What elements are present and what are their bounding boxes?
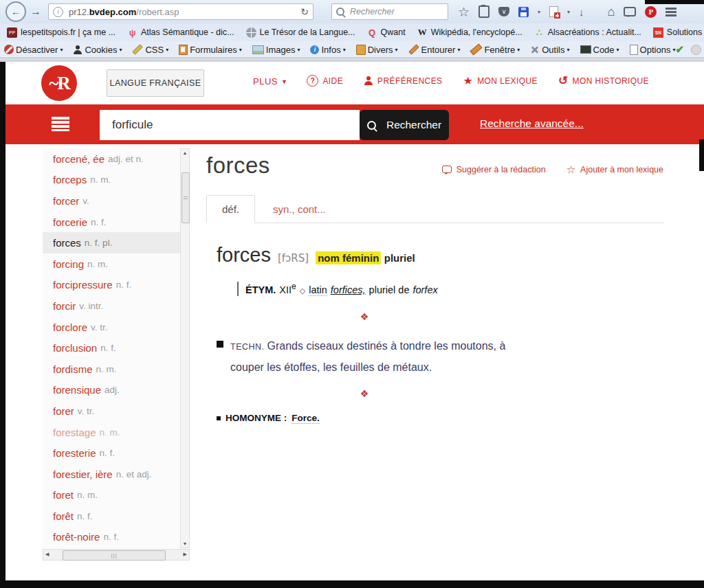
bookmark-item[interactable]: SNSolutions Numériques ...: [653, 27, 704, 38]
word-list-item[interactable]: forensiqueadj.: [43, 380, 180, 401]
add-page-icon[interactable]: [549, 6, 558, 17]
sidebar-hamburger-icon[interactable]: [52, 117, 69, 131]
word-list-item[interactable]: forcingn. m.: [43, 253, 180, 275]
dictionary-search-input[interactable]: [100, 110, 360, 140]
bookmark-item[interactable]: ψAtlas Sémantique - dic...: [127, 27, 234, 38]
menu-hamburger-icon[interactable]: [666, 8, 676, 16]
browser-search-input[interactable]: [349, 6, 427, 17]
article-panel: forces Suggérer à la rédaction ☆ Ajouter…: [206, 152, 663, 424]
word-list-item[interactable]: forcipressuren. f.: [43, 275, 180, 296]
word-list-item[interactable]: forcerien. f.: [43, 212, 180, 233]
reading-list-icon[interactable]: [478, 5, 490, 18]
add-to-lexicon-link[interactable]: ☆ Ajouter à mon lexique: [566, 164, 663, 174]
plus-menu-label: PLUS: [253, 76, 278, 87]
validation-check-icon[interactable]: ✔: [675, 43, 684, 56]
browser-search-box[interactable]: [331, 3, 448, 20]
vertical-scrollbar-thumb[interactable]: [182, 172, 190, 223]
scroll-up-arrow-icon[interactable]: ▲: [181, 150, 189, 155]
bookmark-star-icon[interactable]: ☆: [458, 4, 470, 20]
site-info-icon[interactable]: i: [53, 7, 63, 17]
site-header: ~R LANGUE FRANÇAISE PLUS ▼ ? AIDE PRÉFÉR…: [6, 62, 704, 104]
bookmark-item[interactable]: WWikipédia, l'encyclopé...: [417, 27, 522, 38]
word-list-item[interactable]: forcerv.: [43, 190, 180, 212]
word-list-item[interactable]: foresterien. f.: [43, 442, 180, 464]
entry-phonetic: [fɔRS]: [278, 252, 309, 264]
word-list-item[interactable]: forestier, ièren. et adj.: [43, 464, 180, 485]
horizontal-scrollbar-thumb[interactable]: |||: [63, 550, 166, 561]
nav-mon-historique[interactable]: ↺ MON HISTORIQUE: [558, 75, 649, 87]
advanced-search-link[interactable]: Recherche avancée...: [480, 117, 584, 130]
word-list-item[interactable]: forestagen. m.: [43, 422, 180, 443]
word-list-word: forcerie: [53, 216, 87, 228]
horizontal-scrollbar[interactable]: ◀ ||| ▶: [43, 549, 190, 561]
bookmark-item[interactable]: Le Trésor de la Langue...: [246, 27, 355, 38]
devbar-menu-item[interactable]: Options▾: [630, 45, 676, 55]
pocket-icon[interactable]: ∨: [498, 7, 509, 16]
homonym-word-link[interactable]: Force.: [292, 413, 320, 424]
infos-icon: i: [310, 45, 319, 54]
word-list-item[interactable]: forêt-noiren. f.: [43, 527, 180, 548]
devbar-menu-label: Infos: [321, 45, 340, 55]
suggest-link[interactable]: Suggérer à la rédaction: [442, 165, 546, 174]
nav-aide[interactable]: ? AIDE: [307, 75, 343, 87]
tab-synonyms[interactable]: syn., cont...: [255, 196, 344, 223]
status-circle-icon[interactable]: [691, 45, 701, 55]
devbar-menu-item[interactable]: Désactiver▾: [4, 45, 63, 55]
devbar-menu-item[interactable]: Entourer▾: [408, 45, 461, 55]
chat-bubble-icon[interactable]: [624, 7, 636, 16]
add-page-dropdown-caret-icon[interactable]: ▾: [567, 9, 570, 15]
bookmark-item[interactable]: QQwant: [367, 27, 406, 38]
save-dropdown-caret-icon[interactable]: ▾: [538, 9, 540, 15]
rechercher-button[interactable]: Rechercher: [360, 110, 449, 140]
le-robert-logo[interactable]: ~R: [41, 65, 77, 101]
scroll-right-arrow-icon[interactable]: ▶: [184, 552, 187, 557]
reload-icon[interactable]: ↻: [300, 6, 309, 17]
word-list-item[interactable]: fordismen. m.: [43, 359, 180, 380]
vertical-scrollbar[interactable]: ▲ ▼: [180, 148, 190, 548]
word-list-item[interactable]: forcirv. intr.: [43, 295, 180, 317]
forward-button[interactable]: →: [28, 5, 44, 18]
devbar-menu-item[interactable]: Divers▾: [356, 45, 398, 55]
devbar-menu-item[interactable]: Images▾: [252, 45, 300, 55]
word-list-item[interactable]: forerv. tr.: [43, 400, 180, 422]
devbar-menu-item[interactable]: Fenêtre▾: [470, 45, 520, 55]
word-list-pos: n. f.: [103, 532, 119, 542]
browser-toolbar: ← → i pr12.bvdep.com/robert.asp ↻ ☆ ∨ ▾ …: [0, 0, 704, 23]
word-list-item[interactable]: forclusionn. f.: [43, 337, 180, 359]
bookmark-item[interactable]: PPlespetitspois.fr | ça me ...: [7, 27, 116, 38]
devbar-menu-item[interactable]: Cookies▾: [73, 45, 122, 55]
word-list-item[interactable]: forcesn. f. pl.: [43, 232, 180, 253]
url-bar[interactable]: i pr12.bvdep.com/robert.asp ↻: [48, 3, 314, 20]
etymology-source-link[interactable]: forfices,: [331, 284, 366, 295]
devbar-menu-item[interactable]: Formulaires▾: [179, 45, 242, 55]
plus-menu[interactable]: PLUS ▼: [253, 76, 287, 87]
scroll-left-arrow-icon[interactable]: ◀: [45, 552, 49, 557]
home-icon[interactable]: ⌂: [608, 5, 615, 19]
back-button[interactable]: ←: [6, 1, 26, 22]
bookmark-label: Qwant: [381, 27, 406, 37]
save-icon[interactable]: [518, 7, 529, 17]
dropdown-caret-icon: ▾: [60, 47, 63, 53]
word-list-item[interactable]: forcepsn. m.: [43, 170, 180, 191]
history-icon: ↺: [558, 75, 569, 87]
pinterest-icon[interactable]: P: [645, 6, 657, 18]
devbar-menu-item[interactable]: CSS▾: [132, 45, 168, 55]
word-list-item[interactable]: forcené, éeadj. et n.: [43, 148, 180, 170]
nav-preferences[interactable]: PRÉFÉRENCES: [364, 76, 442, 86]
devbar-menu-item[interactable]: iInfos▾: [310, 45, 345, 55]
devbar-menu-item[interactable]: Outils▾: [530, 45, 569, 55]
devbar-menu-item[interactable]: Code▾: [580, 45, 619, 55]
screen: ← → i pr12.bvdep.com/robert.asp ↻ ☆ ∨ ▾ …: [0, 0, 704, 588]
nav-mon-lexique[interactable]: ★ MON LEXIQUE: [463, 76, 538, 87]
word-list-item[interactable]: foretn. m.: [43, 485, 180, 506]
etymology-language-link[interactable]: latin: [309, 284, 327, 296]
tab-definition[interactable]: déf.: [206, 195, 255, 223]
language-button[interactable]: LANGUE FRANÇAISE: [107, 69, 204, 97]
rechercher-button-label: Rechercher: [386, 119, 441, 131]
bookmark-item[interactable]: ∴Alsacréations : Actualit...: [534, 27, 641, 38]
word-list-pos: v.: [82, 196, 89, 206]
word-list-item[interactable]: forêtn. f.: [43, 506, 180, 527]
scroll-down-arrow-icon[interactable]: ▼: [181, 541, 189, 546]
word-list-item[interactable]: forclorev. tr.: [43, 317, 180, 338]
downloads-icon[interactable]: ↓: [579, 6, 584, 18]
